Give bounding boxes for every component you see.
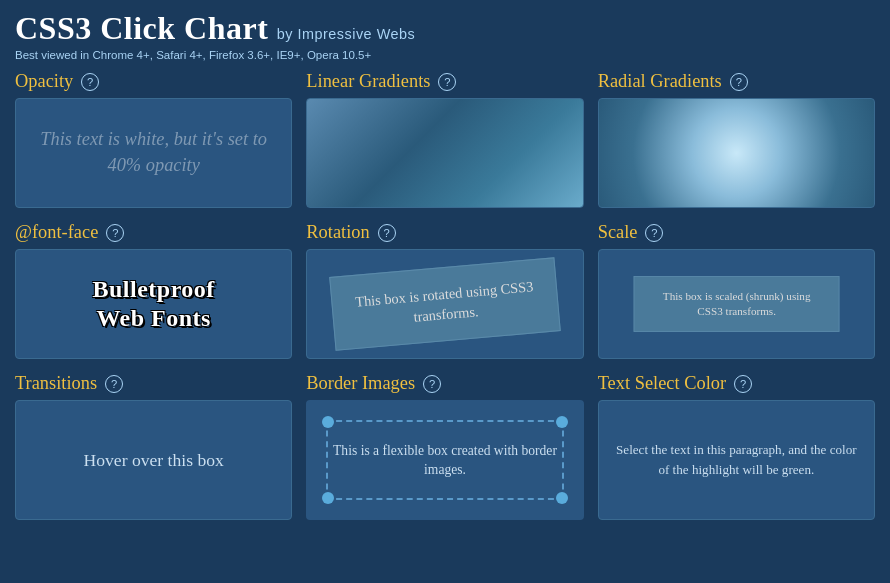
card-linear-gradients-title: Linear Gradients bbox=[306, 71, 430, 92]
card-text-select-color: Text Select Color ? Select the text in t… bbox=[598, 373, 875, 520]
linear-gradient-box bbox=[306, 98, 583, 208]
card-rotation: Rotation ? This box is rotated using CSS… bbox=[306, 222, 583, 359]
card-rotation-title: Rotation bbox=[306, 222, 369, 243]
card-transitions: Transitions ? Hover over this box bbox=[15, 373, 292, 520]
card-linear-gradients: Linear Gradients ? bbox=[306, 71, 583, 208]
compatibility-note: Best viewed in Chrome 4+, Safari 4+, Fir… bbox=[15, 49, 875, 61]
dot-bottom-right bbox=[556, 492, 568, 504]
card-font-face-header: @font-face ? bbox=[15, 222, 292, 243]
cards-grid: Opacity ? This text is white, but it's s… bbox=[15, 71, 875, 520]
dot-top-right bbox=[556, 416, 568, 428]
transitions-box[interactable]: Hover over this box bbox=[15, 400, 292, 520]
radial-gradients-help-icon[interactable]: ? bbox=[730, 73, 748, 91]
font-face-box: BulletproofWeb Fonts bbox=[15, 249, 292, 359]
border-images-text: This is a flexible box created with bord… bbox=[328, 441, 561, 479]
card-scale-header: Scale ? bbox=[598, 222, 875, 243]
transitions-text: Hover over this box bbox=[84, 450, 224, 471]
card-border-images-title: Border Images bbox=[306, 373, 415, 394]
card-radial-gradients-title: Radial Gradients bbox=[598, 71, 722, 92]
subtitle-by: by Impressive Webs bbox=[277, 26, 415, 42]
transitions-help-icon[interactable]: ? bbox=[105, 375, 123, 393]
text-select-box: Select the text in this paragraph, and t… bbox=[598, 400, 875, 520]
title-text: CSS3 Click Chart bbox=[15, 10, 268, 46]
card-rotation-header: Rotation ? bbox=[306, 222, 583, 243]
card-linear-gradients-header: Linear Gradients ? bbox=[306, 71, 583, 92]
card-scale-title: Scale bbox=[598, 222, 638, 243]
opacity-box: This text is white, but it's set to 40% … bbox=[15, 98, 292, 208]
border-images-box: This is a flexible box created with bord… bbox=[306, 400, 583, 520]
font-face-text: BulletproofWeb Fonts bbox=[92, 275, 214, 333]
page-title: CSS3 Click Chart by Impressive Webs bbox=[15, 10, 875, 47]
radial-gradient-box bbox=[598, 98, 875, 208]
rotation-help-icon[interactable]: ? bbox=[378, 224, 396, 242]
border-images-help-icon[interactable]: ? bbox=[423, 375, 441, 393]
card-font-face-title: @font-face bbox=[15, 222, 98, 243]
scale-box: This box is scaled (shrunk) using CSS3 t… bbox=[598, 249, 875, 359]
linear-gradients-help-icon[interactable]: ? bbox=[438, 73, 456, 91]
border-dots-container: This is a flexible box created with bord… bbox=[326, 420, 563, 500]
card-text-select-color-header: Text Select Color ? bbox=[598, 373, 875, 394]
text-select-color-help-icon[interactable]: ? bbox=[734, 375, 752, 393]
card-radial-gradients-header: Radial Gradients ? bbox=[598, 71, 875, 92]
card-text-select-color-title: Text Select Color bbox=[598, 373, 726, 394]
card-font-face: @font-face ? BulletproofWeb Fonts bbox=[15, 222, 292, 359]
card-opacity: Opacity ? This text is white, but it's s… bbox=[15, 71, 292, 208]
card-transitions-title: Transitions bbox=[15, 373, 97, 394]
card-scale: Scale ? This box is scaled (shrunk) usin… bbox=[598, 222, 875, 359]
dot-top-left bbox=[322, 416, 334, 428]
rotation-box: This box is rotated using CSS3 transform… bbox=[306, 249, 583, 359]
scale-help-icon[interactable]: ? bbox=[645, 224, 663, 242]
rotation-text: This box is rotated using CSS3 transform… bbox=[354, 278, 533, 325]
text-select-text[interactable]: Select the text in this paragraph, and t… bbox=[611, 440, 862, 479]
card-radial-gradients: Radial Gradients ? bbox=[598, 71, 875, 208]
page-header: CSS3 Click Chart by Impressive Webs Best… bbox=[15, 10, 875, 61]
scale-text: This box is scaled (shrunk) using CSS3 t… bbox=[662, 290, 810, 318]
opacity-help-icon[interactable]: ? bbox=[81, 73, 99, 91]
card-border-images-header: Border Images ? bbox=[306, 373, 583, 394]
card-opacity-header: Opacity ? bbox=[15, 71, 292, 92]
font-face-help-icon[interactable]: ? bbox=[106, 224, 124, 242]
card-border-images: Border Images ? This is a flexible box c… bbox=[306, 373, 583, 520]
card-opacity-title: Opacity bbox=[15, 71, 73, 92]
card-transitions-header: Transitions ? bbox=[15, 373, 292, 394]
rotation-inner-box: This box is rotated using CSS3 transform… bbox=[329, 257, 561, 351]
scale-inner-box: This box is scaled (shrunk) using CSS3 t… bbox=[633, 276, 839, 332]
opacity-text: This text is white, but it's set to 40% … bbox=[28, 127, 279, 179]
dot-bottom-left bbox=[322, 492, 334, 504]
